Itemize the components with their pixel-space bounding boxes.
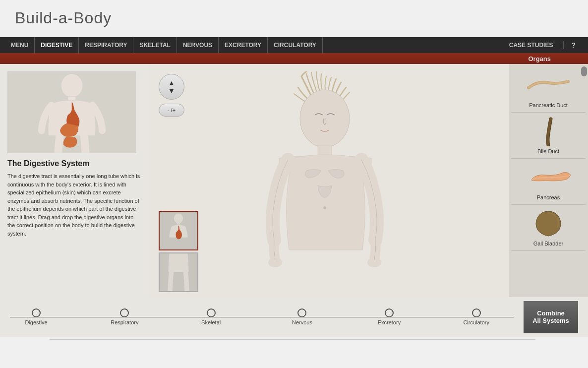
bile-duct-image — [524, 117, 573, 146]
organ-gall-bladder[interactable]: Gall Bladder — [511, 205, 586, 251]
timeline-digestive[interactable]: Digestive — [25, 308, 47, 325]
view-thumb-lower[interactable] — [159, 252, 198, 292]
content-header: Organs — [0, 53, 588, 64]
svg-point-4 — [174, 213, 183, 224]
combine-label-line1: Combine — [537, 309, 565, 317]
timeline-circle-excretory — [385, 308, 394, 317]
timeline-nervous[interactable]: Nervous — [292, 308, 312, 325]
pancreas-label: Pancreas — [537, 194, 560, 200]
body-figure — [230, 71, 428, 290]
rotate-arrows: ▲▼ — [168, 79, 175, 95]
timeline-circle-skeletal — [207, 308, 216, 317]
zoom-label: - /+ — [168, 107, 176, 113]
gall-bladder-image — [524, 209, 573, 239]
timeline-circle-nervous — [297, 308, 306, 317]
timeline-circle-circulatory — [472, 308, 481, 317]
view-thumbnails — [159, 211, 198, 292]
timeline-respiratory[interactable]: Respiratory — [111, 308, 138, 325]
nav-help[interactable]: ? — [563, 41, 583, 49]
nav-respiratory[interactable]: RESPIRATORY — [79, 37, 133, 53]
svg-point-8 — [300, 90, 350, 147]
timeline-area: Digestive Respiratory Skeletal Nervous E… — [0, 297, 588, 337]
svg-point-10 — [323, 206, 326, 209]
center-3d: ▲▼ - /+ — [149, 64, 509, 297]
timeline-skeletal[interactable]: Skeletal — [201, 308, 221, 325]
bile-duct-label: Bile Duct — [537, 148, 559, 154]
nav-circulatory[interactable]: CIRCULATORY — [268, 37, 323, 53]
view-lower-svg — [160, 252, 197, 292]
nav-excretory[interactable]: EXCRETORY — [219, 37, 268, 53]
timeline-label-skeletal: Skeletal — [201, 319, 221, 325]
timeline-label-nervous: Nervous — [292, 319, 312, 325]
nav-bar: MENU DIGESTIVE RESPIRATORY SKELETAL NERV… — [0, 37, 588, 53]
thumbnail-svg — [8, 72, 136, 153]
combine-all-button[interactable]: Combine All Systems — [524, 301, 578, 333]
nav-menu[interactable]: MENU — [5, 37, 35, 53]
system-title: The Digestive System — [7, 159, 141, 168]
pancreatic-duct-label: Pancreatic Duct — [529, 102, 568, 108]
organ-pancreas[interactable]: Pancreas — [511, 159, 586, 205]
view-upper-svg — [160, 211, 197, 250]
organs-label: Organs — [528, 55, 551, 62]
gall-bladder-label: Gall Bladder — [533, 241, 564, 246]
nav-case-studies[interactable]: CASE STUDIES — [499, 42, 563, 49]
combine-label-line2: All Systems — [532, 317, 569, 324]
right-panel: Pancreatic Duct Bile Duct — [509, 64, 588, 297]
left-panel: The Digestive System The digestive tract… — [0, 64, 149, 297]
timeline-track: Digestive Respiratory Skeletal Nervous E… — [10, 307, 514, 327]
svg-point-1 — [61, 74, 82, 97]
timeline-label-excretory: Excretory — [378, 319, 401, 325]
timeline-line — [10, 317, 514, 317]
view-thumb-upper[interactable] — [159, 211, 198, 250]
nav-controls: ▲▼ - /+ — [159, 74, 184, 117]
timeline-label-digestive: Digestive — [25, 319, 47, 325]
nav-skeletal[interactable]: SKELETAL — [133, 37, 176, 53]
pancreas-image — [524, 163, 573, 192]
timeline-label-circulatory: Circulatory — [463, 319, 489, 325]
nav-digestive[interactable]: DIGESTIVE — [35, 37, 79, 53]
nav-nervous[interactable]: NERVOUS — [177, 37, 219, 53]
main-content: The Digestive System The digestive tract… — [0, 64, 588, 297]
pancreatic-duct-image — [524, 70, 573, 100]
timeline-circle-respiratory — [120, 308, 129, 317]
timeline-circle-digestive — [32, 308, 41, 317]
bottom-divider — [50, 339, 535, 340]
app-title: Build-a-Body — [15, 9, 112, 27]
organ-pancreatic-duct[interactable]: Pancreatic Duct — [511, 66, 586, 113]
timeline-excretory[interactable]: Excretory — [378, 308, 401, 325]
system-description: The digestive tract is essentially one l… — [7, 172, 141, 238]
timeline-label-respiratory: Respiratory — [111, 319, 138, 325]
body-3d-svg — [230, 71, 428, 290]
rotate-button[interactable]: ▲▼ — [159, 74, 184, 100]
scroll-indicator[interactable] — [581, 66, 587, 76]
organ-bile-duct[interactable]: Bile Duct — [511, 113, 586, 159]
system-thumbnail — [7, 71, 136, 153]
zoom-button[interactable]: - /+ — [159, 104, 184, 117]
timeline-circulatory[interactable]: Circulatory — [463, 308, 489, 325]
